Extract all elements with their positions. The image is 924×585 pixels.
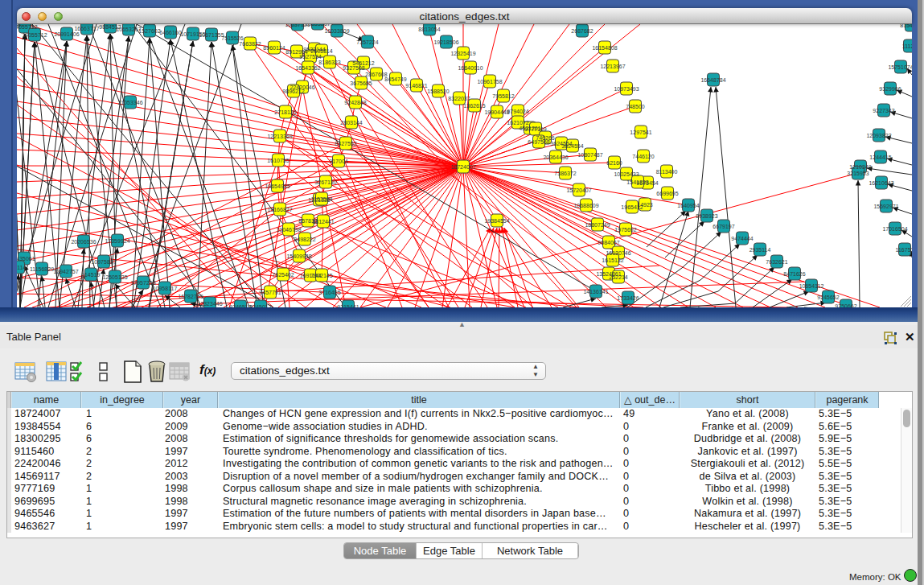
- svg-text:7386372: 7386372: [554, 171, 576, 176]
- svg-text:14055712: 14055712: [22, 32, 47, 38]
- svg-text:1965412: 1965412: [621, 204, 643, 210]
- svg-text:19166827: 19166827: [267, 207, 292, 212]
- svg-text:19904448: 19904448: [484, 109, 509, 115]
- svg-text:9084067: 9084067: [598, 240, 619, 245]
- svg-text:3624554: 3624554: [561, 143, 583, 149]
- svg-text:9474444: 9474444: [731, 236, 753, 241]
- svg-text:16033809: 16033809: [324, 28, 349, 34]
- svg-text:17016504: 17016504: [882, 226, 907, 232]
- svg-text:8813054: 8813054: [418, 27, 440, 32]
- svg-text:18807249: 18807249: [585, 222, 610, 228]
- svg-text:10654112: 10654112: [799, 283, 824, 289]
- svg-text:6679197: 6679197: [713, 224, 734, 229]
- svg-text:252214: 252214: [609, 274, 627, 280]
- svg-text:1975692: 1975692: [614, 227, 636, 233]
- svg-text:16120746: 16120746: [606, 250, 630, 256]
- svg-text:10653267: 10653267: [116, 27, 141, 32]
- svg-text:1297541: 1297541: [630, 130, 651, 135]
- svg-text:7632621: 7632621: [766, 259, 787, 265]
- svg-text:1153594: 1153594: [311, 196, 333, 202]
- svg-text:8938923: 8938923: [696, 213, 717, 219]
- svg-text:12323446: 12323446: [197, 301, 222, 307]
- svg-text:15751074: 15751074: [888, 64, 912, 70]
- svg-text:10653267: 10653267: [305, 24, 330, 27]
- svg-text:18724007: 18724007: [450, 164, 475, 170]
- svg-text:15720407: 15720407: [566, 187, 591, 193]
- svg-text:9227343: 9227343: [873, 108, 894, 113]
- svg-text:20206536: 20206536: [71, 239, 96, 245]
- svg-text:14136141: 14136141: [583, 289, 608, 295]
- svg-text:17957253: 17957253: [130, 280, 155, 286]
- svg-text:8427552: 8427552: [335, 141, 356, 146]
- svg-text:39114: 39114: [17, 265, 27, 270]
- svg-text:9527534: 9527534: [299, 54, 321, 60]
- svg-text:19218506: 19218506: [433, 39, 458, 45]
- svg-text:7902145: 7902145: [310, 273, 332, 278]
- svg-text:8471626: 8471626: [783, 271, 805, 277]
- svg-text:10961758: 10961758: [477, 79, 502, 84]
- svg-text:16640910: 16640910: [458, 65, 483, 71]
- svg-text:7446120: 7446120: [632, 154, 654, 159]
- svg-text:9896212: 9896212: [282, 89, 304, 94]
- svg-text:7955812: 7955812: [492, 93, 514, 99]
- svg-text:3716485: 3716485: [318, 290, 340, 295]
- svg-text:15692971: 15692971: [873, 204, 898, 209]
- svg-text:14055712: 14055712: [17, 24, 38, 30]
- svg-text:1527602: 1527602: [138, 28, 160, 34]
- svg-text:1541233: 1541233: [626, 179, 648, 185]
- svg-text:2803144: 2803144: [340, 120, 362, 126]
- svg-text:10958117: 10958117: [153, 286, 178, 291]
- svg-text:19654985: 19654985: [265, 183, 290, 189]
- svg-text:2718126: 2718126: [274, 109, 296, 115]
- svg-text:8454749: 8454749: [384, 76, 406, 82]
- svg-text:1615132: 1615132: [602, 257, 623, 263]
- svg-text:16154808: 16154808: [592, 45, 617, 51]
- svg-text:3215953: 3215953: [847, 171, 869, 176]
- svg-text:9794024: 9794024: [507, 109, 528, 114]
- svg-text:8322037: 8322037: [448, 96, 470, 101]
- svg-text:9457791: 9457791: [259, 290, 281, 295]
- svg-text:2935114: 2935114: [749, 247, 771, 253]
- svg-text:1733426: 1733426: [617, 295, 639, 301]
- svg-text:1588520: 1588520: [427, 89, 449, 94]
- svg-text:16210643: 16210643: [869, 180, 893, 186]
- svg-text:1362615: 1362615: [463, 103, 485, 109]
- svg-text:12213369: 12213369: [267, 134, 292, 139]
- svg-text:62160: 62160: [606, 160, 622, 166]
- svg-text:8186323: 8186323: [318, 60, 340, 65]
- svg-text:8960124: 8960124: [263, 45, 285, 51]
- svg-text:9329966: 9329966: [879, 86, 901, 92]
- svg-text:9242848: 9242848: [344, 100, 366, 105]
- svg-text:12942757: 12942757: [53, 269, 78, 274]
- svg-text:1621072: 1621072: [507, 120, 528, 126]
- svg-text:10025433: 10025433: [614, 171, 639, 177]
- svg-text:7515526: 7515526: [221, 35, 243, 41]
- svg-text:10973493: 10973493: [614, 86, 639, 92]
- svg-text:10688609: 10688609: [573, 203, 598, 208]
- svg-text:9327508: 9327508: [343, 65, 364, 71]
- svg-text:8113400: 8113400: [656, 169, 678, 175]
- svg-text:12505135: 12505135: [102, 274, 127, 280]
- svg-text:11123: 11123: [902, 43, 912, 49]
- svg-text:3498222: 3498222: [294, 237, 315, 242]
- svg-text:7663822: 7663822: [239, 41, 261, 47]
- svg-text:9245652: 9245652: [817, 295, 839, 300]
- svg-text:6497568: 6497568: [528, 139, 549, 145]
- svg-text:6699695: 6699695: [656, 191, 678, 196]
- svg-text:12093822: 12093822: [866, 133, 891, 138]
- svg-text:1610755: 1610755: [267, 158, 289, 163]
- svg-text:6466160: 6466160: [159, 30, 181, 35]
- svg-text:7625402: 7625402: [272, 272, 294, 278]
- svg-text:1640954: 1640954: [677, 203, 699, 208]
- svg-text:10975887: 10975887: [91, 259, 116, 265]
- svg-text:2605814: 2605814: [310, 48, 332, 54]
- svg-text:10671355: 10671355: [199, 32, 224, 38]
- svg-text:12325419: 12325419: [450, 51, 475, 56]
- svg-text:114519: 114519: [82, 272, 101, 278]
- svg-text:1244415: 1244415: [869, 154, 891, 160]
- svg-text:917004: 917004: [329, 159, 347, 164]
- svg-text:19384554: 19384554: [484, 218, 509, 224]
- svg-text:16782759: 16782759: [178, 294, 203, 299]
- svg-text:8812441: 8812441: [312, 219, 334, 225]
- svg-text:21053346: 21053346: [117, 100, 142, 105]
